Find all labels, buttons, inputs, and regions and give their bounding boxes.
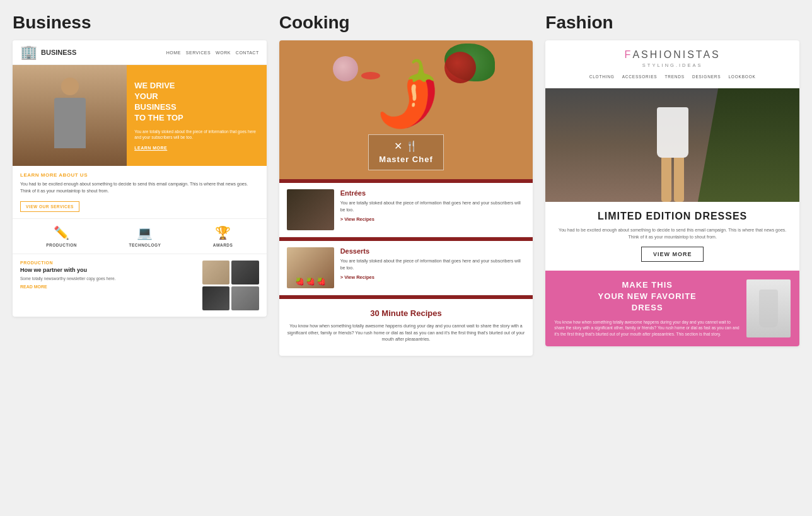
nav-designers[interactable]: DESIGNERS [692, 74, 721, 79]
building-icon: 🏢 [20, 45, 37, 59]
fashion-nav: CLOTHING ACCESSORIES TRENDS DESIGNERS LO… [554, 74, 791, 79]
fashion-figure [647, 95, 698, 202]
cook-veggie-area: 🌶️ [279, 40, 533, 148]
view-services-button[interactable]: VIEW OUR SERVICES [20, 201, 79, 212]
awards-label: AWARDS [213, 243, 233, 247]
nav-contact[interactable]: CONTACT [236, 50, 259, 55]
fashion-promo-title: MAKE THISYOUR NEW FAVORITEDRESS [554, 279, 740, 314]
promo-figure [759, 290, 778, 327]
prod-body: Some totally newsworthy newsletter copy … [20, 276, 196, 281]
fork-knife-icon: ✕ 🍴 [379, 140, 432, 152]
nav-clothing[interactable]: CLOTHING [589, 74, 615, 79]
biz-prod-text: PRODUCTION How we partner with you Some … [20, 261, 196, 310]
person-head [61, 78, 79, 95]
biz-production: PRODUCTION How we partner with you Some … [13, 254, 267, 317]
view-more-button[interactable]: VIEW MORE [641, 247, 704, 262]
biz-hero-text: WE DRIVEYOURBUSINESSTO THE TOP You are t… [127, 65, 266, 166]
award-icon: 🏆 [215, 225, 231, 240]
biz-learn-more-link[interactable]: LEARN MORE [134, 146, 258, 150]
production-label: PRODUCTION [46, 243, 77, 247]
biz-section: LEARN MORE ABOUT US You had to be excite… [13, 166, 267, 218]
dessert-image: 🍓 🍓 🍓 [287, 247, 334, 288]
biz-logo-text: BUSINESS [41, 49, 76, 56]
biz-hero: WE DRIVEYOURBUSINESSTO THE TOP You are t… [13, 65, 267, 166]
entree-link[interactable]: > View Recipes [340, 216, 526, 222]
business-card: 🏢 BUSINESS HOME SERVICES WORK CONTACT [13, 40, 267, 317]
biz-section-title[interactable]: LEARN MORE ABOUT US [20, 172, 259, 178]
tablet-icon: 💻 [137, 225, 153, 240]
prod-img-4 [231, 286, 259, 310]
biz-icon-production: ✏️ PRODUCTION [46, 225, 77, 247]
cook-bottom: 30 Minute Recipes You know how when some… [279, 299, 533, 356]
fashion-promo-body: You know how when something totally awes… [554, 319, 740, 337]
fashion-promo-text: MAKE THISYOUR NEW FAVORITEDRESS You know… [554, 279, 740, 337]
figure-leg-left [661, 158, 671, 202]
cook-bottom-title: 30 Minute Recipes [287, 308, 526, 318]
fashion-body-text: You had to be excited enough about somet… [554, 227, 791, 240]
fashion-title: Fashion [545, 13, 799, 33]
cook-badge: ✕ 🍴 Master Chef [368, 134, 443, 170]
tomato-shape [444, 52, 476, 83]
nav-services[interactable]: SERVICES [186, 50, 211, 55]
biz-logo: 🏢 BUSINESS [20, 45, 76, 59]
biz-prod-images [202, 261, 259, 310]
fashion-body: LIMITED EDITION DRESSES You had to be ex… [545, 202, 799, 271]
business-title: Business [13, 13, 267, 33]
person-silhouette [51, 78, 89, 153]
dessert-link[interactable]: > View Recipes [340, 274, 526, 280]
prod-title: How we partner with you [20, 267, 196, 273]
biz-section-body: You had to be excited enough about somet… [20, 181, 259, 194]
person-body [54, 98, 86, 148]
fashion-column: Fashion FASHIONISTAS STYLING.IDEAS CLOTH… [545, 13, 799, 346]
fashion-logo: FASHIONISTAS [554, 49, 791, 61]
biz-hero-title: WE DRIVEYOURBUSINESSTO THE TOP [134, 81, 258, 124]
technology-label: TECHNOLOGY [129, 243, 161, 247]
cooking-title: Cooking [279, 13, 533, 33]
fashion-header: FASHIONISTAS STYLING.IDEAS CLOTHING ACCE… [545, 40, 799, 88]
fashion-tagline: STYLING.IDEAS [554, 62, 791, 68]
figure-leg-right [674, 158, 684, 202]
person-image [13, 65, 127, 166]
prod-img-2 [231, 261, 259, 284]
biz-icons-row: ✏️ PRODUCTION 💻 TECHNOLOGY 🏆 AWARDS [13, 218, 267, 254]
chili-icon: 🌶️ [361, 52, 450, 139]
nav-trends[interactable]: TRENDS [664, 74, 685, 79]
cook-entree-item: Entrées You are totally stoked about the… [279, 183, 533, 237]
business-column: Business 🏢 BUSINESS HOME SERVICES WORK C… [13, 13, 267, 317]
dessert-body: You are totally stoked about the piece o… [340, 258, 526, 271]
cook-badge-text: Master Chef [379, 155, 432, 164]
figure-dress [657, 107, 688, 158]
entree-title: Entrées [340, 189, 526, 197]
fashion-promo-image [746, 279, 791, 337]
fashion-main-title: LIMITED EDITION DRESSES [554, 211, 791, 222]
forest-background [698, 88, 799, 202]
pencil-icon: ✏️ [54, 225, 69, 240]
cook-dessert-item: 🍓 🍓 🍓 Desserts You are totally stoked ab… [279, 241, 533, 295]
prod-img-1 [202, 261, 230, 284]
prod-img-3 [202, 286, 230, 310]
main-layout: Business 🏢 BUSINESS HOME SERVICES WORK C… [13, 13, 799, 356]
cooking-card: 🌶️ ✕ 🍴 Master Chef Entrées You are total… [279, 40, 533, 356]
cook-bottom-body: You know how when something totally awes… [287, 323, 526, 343]
figure-legs [661, 158, 684, 202]
biz-header: 🏢 BUSINESS HOME SERVICES WORK CONTACT [13, 40, 267, 65]
entree-image [287, 189, 334, 230]
dessert-content: Desserts You are totally stoked about th… [340, 247, 526, 288]
nav-work[interactable]: WORK [216, 50, 231, 55]
prod-label: PRODUCTION [20, 261, 196, 265]
nav-home[interactable]: HOME [166, 50, 181, 55]
fashion-card: FASHIONISTAS STYLING.IDEAS CLOTHING ACCE… [545, 40, 799, 346]
biz-hero-image [13, 65, 127, 166]
nav-accessories[interactable]: ACCESSORIES [622, 74, 658, 79]
biz-icon-technology: 💻 TECHNOLOGY [129, 225, 161, 247]
cook-hero: 🌶️ ✕ 🍴 Master Chef [279, 40, 533, 179]
berries: 🍓 🍓 🍓 [295, 277, 326, 288]
biz-nav: HOME SERVICES WORK CONTACT [166, 50, 259, 55]
fashion-promo: MAKE THISYOUR NEW FAVORITEDRESS You know… [545, 271, 799, 346]
fashion-logo-highlight: F [625, 49, 633, 60]
prod-read-more[interactable]: READ MORE [20, 284, 196, 289]
fashion-hero-image [545, 88, 799, 202]
nav-lookbook[interactable]: LOOKBOOK [728, 74, 755, 79]
biz-icon-awards: 🏆 AWARDS [213, 225, 233, 247]
entree-content: Entrées You are totally stoked about the… [340, 189, 526, 230]
